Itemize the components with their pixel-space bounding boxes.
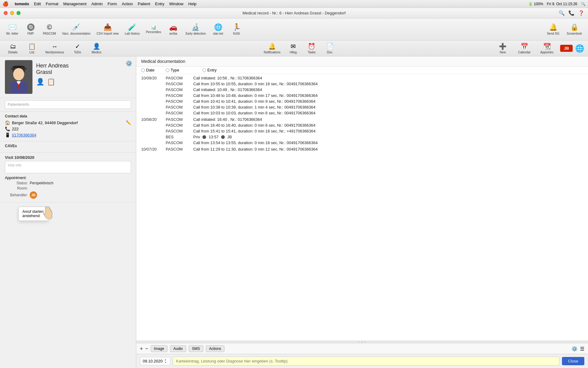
menu-form[interactable]: Form [107, 2, 117, 6]
percentiles-button[interactable]: 📊 Percentiles [143, 23, 163, 36]
visit-info-box[interactable]: Visit info [5, 161, 131, 173]
date-radio-btn[interactable] [141, 68, 145, 72]
patienteninfo-box[interactable]: Patienteninfo [5, 100, 131, 109]
table-row[interactable]: PASCOM Call from 16:40 to 16:40, duratio… [136, 122, 588, 128]
menu-entry[interactable]: Entry [155, 2, 164, 6]
menu-format[interactable]: Format [46, 2, 58, 6]
tasks-button[interactable]: ⏰ Tasks [303, 41, 321, 55]
entry-radio-btn[interactable] [202, 68, 206, 72]
app-name[interactable]: tomedo [15, 2, 29, 6]
wr-letter-button[interactable]: ✉️ Wr. letter [4, 21, 21, 37]
apple-menu[interactable]: 🍎 [2, 1, 9, 7]
todo-button[interactable]: ✓ ToDo [68, 41, 87, 55]
image-button[interactable]: Image [151, 345, 168, 352]
maximize-window-button[interactable] [17, 11, 21, 15]
resize-handle[interactable]: • • • [136, 341, 588, 343]
calendar-button[interactable]: 📅 Calendar [514, 41, 534, 55]
patient-settings-button[interactable]: ⚙️ [126, 60, 132, 67]
table-row[interactable]: 10/08/20 PASCOM Call initiated: 16:40 , … [136, 117, 588, 122]
fmp-button[interactable]: 🔘 FMP [22, 21, 39, 37]
table-row[interactable]: PASCOM Call from 10:03 to 10:03, duratio… [136, 110, 588, 116]
settings-gear-icon[interactable]: ⚙️ [571, 346, 578, 352]
sms-button[interactable]: SMS [189, 345, 203, 352]
menu-patient[interactable]: Patient [138, 2, 150, 6]
msg-button[interactable]: ✉ +Msg. [284, 41, 303, 55]
user-badge[interactable]: JB [560, 45, 573, 52]
vacc-doc-button[interactable]: 💉 Vacc. documentation [60, 21, 93, 37]
menu-window[interactable]: Window [169, 2, 183, 6]
doc-group-3: 10/07/20 PASCOM Call from 11:29 to 11:30… [136, 146, 588, 152]
date-decrement-button[interactable]: ▼ [164, 361, 168, 364]
minimize-window-button[interactable] [10, 11, 14, 15]
details-button[interactable]: 🗂 Details [4, 42, 22, 55]
menu-admin[interactable]: Admin [91, 2, 103, 6]
remove-entry-button[interactable]: − [145, 346, 148, 351]
medics-button[interactable]: 👤 Medics [87, 41, 106, 55]
search-window-icon[interactable]: 🔍 [559, 10, 565, 16]
patient-profile-icon[interactable]: 👤 [36, 78, 44, 86]
table-row[interactable]: BES Priv 13:57 JB [136, 134, 588, 140]
pascom-button[interactable]: © PASCOM [40, 21, 58, 37]
table-row[interactable]: PASCOM Call from 10:55 to 10:55, duratio… [136, 81, 588, 87]
early-detection-button[interactable]: 🔬 Early detection [183, 21, 208, 37]
notifications-button[interactable]: 🔔 Notifications [260, 41, 284, 55]
doc-button[interactable]: 📄 Doc. [321, 41, 339, 55]
msg-icon: ✉ [291, 43, 296, 50]
actions-button[interactable]: Actions [206, 345, 224, 352]
datetime: Fri 9. Oct 11:15:26 [547, 2, 577, 6]
table-row[interactable]: PASCOM Call initiated: 10:49 , Nr.: 0170… [136, 87, 588, 93]
send-sg-button[interactable]: 🔔 Send SG [545, 21, 562, 37]
search-icon[interactable]: 🔍 [581, 2, 586, 6]
toolbar2: 🗂 Details 📋 List ↔ Next/previous ✓ ToDo … [0, 40, 588, 56]
audio-button[interactable]: Audio [170, 345, 186, 352]
appointm-icon: 📆 [543, 43, 551, 50]
bottom-toolbar-right: ⚙️ ☰ [571, 346, 584, 352]
notifications-label: Notifications [264, 51, 280, 54]
close-button[interactable]: Close [562, 357, 584, 365]
menu-action[interactable]: Action [122, 2, 133, 6]
kost-button[interactable]: 🏃 KöSt [228, 21, 245, 37]
battery-indicator: 🔋 100% [528, 2, 543, 6]
new-button[interactable]: ➕ New [494, 41, 512, 55]
table-row[interactable]: PASCOM Call from 15:41 to 15:41, duratio… [136, 128, 588, 134]
menu-help[interactable]: Help [188, 2, 197, 6]
type-radio-btn[interactable] [166, 68, 169, 72]
address-row: 🏠 Berger Straße 42, 94469 Deggendorf [5, 120, 131, 125]
vacc-doc-label: Vacc. documentation [62, 32, 91, 35]
csv-import-button[interactable]: 📥 CSV import new [94, 21, 121, 37]
table-row[interactable]: PASCOM Call from 10:38 to 10:39, duratio… [136, 104, 588, 110]
karteieintrag-input[interactable] [173, 357, 560, 366]
globe-icon[interactable]: 🌐 [575, 44, 584, 53]
menu-management[interactable]: Management [63, 2, 87, 6]
arriba-button[interactable]: 🚗 arriba [165, 21, 182, 37]
table-row[interactable]: PASCOM Call from 10:41 to 10:41, duratio… [136, 98, 588, 104]
room-key: Room: [5, 186, 28, 190]
list-button[interactable]: 📋 List [23, 41, 41, 55]
table-row[interactable]: 10/09/20 PASCOM Call initiated: 10:56 , … [136, 75, 588, 81]
menu-edit[interactable]: Edit [34, 2, 41, 6]
patient-notes-icon[interactable]: 📋 [47, 78, 55, 86]
contact-edit-button[interactable]: ✏️ [126, 120, 131, 125]
row-type: PASCOM [166, 129, 193, 133]
list-view-icon[interactable]: ☰ [580, 346, 584, 352]
table-row[interactable]: 10/07/20 PASCOM Call from 11:29 to 11:30… [136, 146, 588, 152]
date-radio: Date [141, 68, 164, 72]
table-row[interactable]: PASCOM Call from 10:48 to 10:48, duratio… [136, 93, 588, 98]
appointm-button[interactable]: 📆 Appointm. [537, 41, 558, 55]
table-row[interactable]: PASCOM Call from 13:54 to 13:55, duratio… [136, 140, 588, 146]
help-window-icon[interactable]: ❓ [578, 10, 584, 16]
screenlock-button[interactable]: 🔒 Screenlock [564, 21, 584, 37]
lab-history-button[interactable]: 🧪 Lab history [123, 21, 142, 37]
entry-radio: Entry [202, 68, 582, 72]
phone-icon[interactable]: 📞 [568, 10, 575, 16]
todo-icon: ✓ [75, 43, 80, 50]
kost-label: KöSt [233, 32, 240, 35]
add-entry-button[interactable]: + [140, 346, 143, 351]
date-increment-button[interactable]: ▲ [164, 358, 168, 361]
star-net-button[interactable]: 🌐 star.net [209, 21, 227, 37]
row-entry: Call from 15:41 to 15:41, duration: 0 mi… [193, 129, 583, 133]
close-window-button[interactable] [4, 11, 8, 15]
csv-import-icon: 📥 [104, 23, 112, 31]
pascom-label: PASCOM [43, 32, 56, 35]
next-prev-button[interactable]: ↔ Next/previous [42, 42, 68, 55]
